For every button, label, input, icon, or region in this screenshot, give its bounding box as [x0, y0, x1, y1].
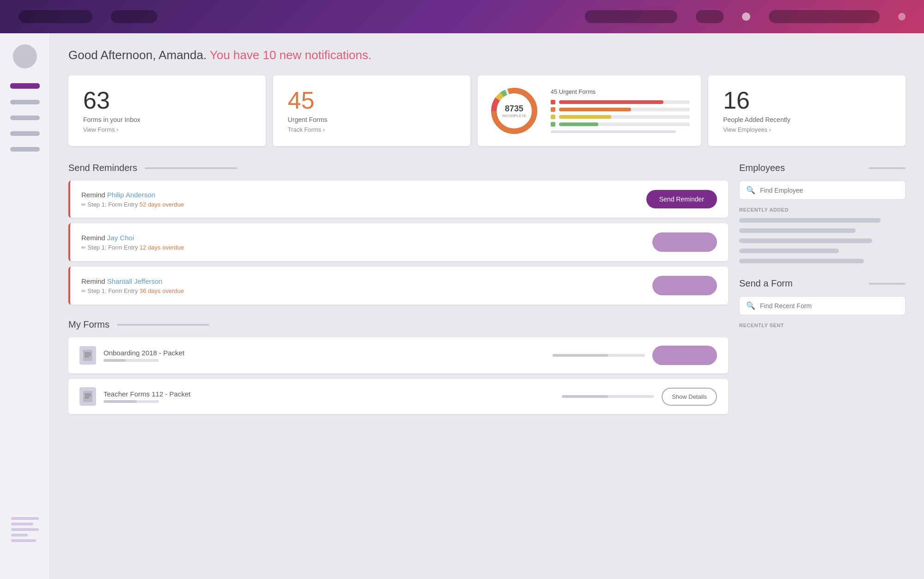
legend-dot-1 [551, 100, 555, 104]
form-progress-fill-1 [103, 359, 126, 362]
search-icon: 🔍 [746, 186, 755, 195]
reminder-name-3[interactable]: Shantall Jefferson [107, 277, 163, 285]
form-search-box[interactable]: 🔍 [739, 296, 906, 315]
send-reminder-button-1[interactable]: Send Reminder [646, 190, 717, 208]
people-card: 16 People Added Recently View Employees … [708, 75, 906, 146]
employee-search-input[interactable] [760, 187, 899, 194]
employee-search-box[interactable]: 🔍 [739, 181, 906, 200]
donut-center: 8735 INCOMPLETE [502, 104, 526, 118]
form-action-button-1[interactable] [652, 346, 717, 365]
recently-added-label: RECENTLY ADDED [739, 207, 906, 213]
reminder-info-3: Remind Shantall Jefferson ✏ Step 1: Form… [81, 277, 184, 294]
recent-employee-1[interactable] [739, 218, 881, 223]
pencil-icon-1: ✏ [81, 201, 87, 208]
svg-rect-6 [85, 353, 91, 353]
form-bar-2 [562, 395, 654, 398]
svg-rect-7 [85, 354, 91, 355]
main-content: Good Afternoon, Amanda. You have 10 new … [50, 33, 924, 579]
inbox-number: 63 [83, 88, 251, 112]
nav-item-2[interactable] [111, 10, 157, 23]
chart-legend: 45 Urgent Forms [551, 88, 690, 133]
form-name-2: Teacher Forms 112 - Packet [103, 390, 190, 398]
sidebar [0, 33, 50, 579]
reminder-info-2: Remind Jay Choi ✏ Step 1: Form Entry 12 … [81, 234, 184, 251]
reminder-text-2: Remind Jay Choi [81, 234, 184, 242]
step-text-3: Step 1: Form Entry [87, 287, 138, 294]
inbox-link[interactable]: View Forms › [83, 126, 251, 133]
send-form-title-text: Send a Form [739, 278, 793, 289]
overdue-text-3: 36 days overdue [140, 287, 184, 294]
form-card-right-1 [553, 346, 717, 365]
overdue-text-1: 52 days overdue [140, 201, 184, 208]
stats-row: 63 Forms in your Inbox View Forms › 45 U… [68, 75, 906, 146]
reminder-step-2: ✏ Step 1: Form Entry 12 days overdue [81, 244, 184, 251]
my-forms-divider [117, 324, 209, 326]
send-reminder-button-2[interactable] [652, 232, 717, 252]
form-bar-1 [553, 354, 645, 357]
send-reminder-button-3[interactable] [652, 276, 717, 295]
legend-bar-4 [559, 122, 690, 126]
form-progress-2 [103, 400, 159, 403]
inbox-card: 63 Forms in your Inbox View Forms › [68, 75, 266, 146]
overdue-text-2: 12 days overdue [140, 244, 184, 251]
pencil-icon-2: ✏ [81, 244, 87, 251]
avatar[interactable] [13, 44, 37, 68]
content-left: Send Reminders Remind Philip Anderson ✏ … [68, 163, 728, 420]
send-form-panel-line [869, 283, 906, 285]
legend-item-1 [551, 100, 690, 104]
urgent-label: Urgent Forms [288, 116, 456, 123]
pencil-icon-3: ✏ [81, 288, 87, 294]
legend-footer-bar [551, 130, 676, 133]
top-navigation [0, 0, 924, 33]
legend-item-2 [551, 107, 690, 112]
form-search-input[interactable] [760, 302, 899, 310]
svg-rect-11 [85, 396, 91, 396]
recent-employee-3[interactable] [739, 238, 872, 243]
my-forms-section: My Forms [68, 319, 728, 414]
step-text-1: Step 1: Form Entry [87, 201, 138, 208]
nav-item-3[interactable] [585, 10, 677, 23]
nav-item-1[interactable] [18, 10, 92, 23]
nav-item-4[interactable] [696, 10, 723, 23]
sidebar-item-active[interactable] [10, 83, 40, 89]
reminder-card-1: Remind Philip Anderson ✏ Step 1: Form En… [68, 181, 728, 218]
form-card-right-2: Show Details [562, 388, 717, 406]
form-name-1: Onboarding 2018 - Packet [103, 349, 184, 357]
nav-item-5[interactable] [769, 10, 880, 23]
donut-label: INCOMPLETE [502, 114, 526, 118]
show-details-button-2[interactable]: Show Details [662, 388, 717, 406]
svg-rect-12 [85, 397, 89, 398]
sidebar-item-3[interactable] [10, 131, 40, 136]
sidebar-item-2[interactable] [10, 116, 40, 120]
employees-title-text: Employees [739, 163, 785, 173]
legend-item-3 [551, 115, 690, 119]
employees-panel-line [869, 167, 906, 169]
urgent-link[interactable]: Track Forms › [288, 126, 456, 133]
people-link[interactable]: View Employees › [723, 126, 891, 133]
legend-fill-1 [559, 100, 664, 104]
form-info-1: Onboarding 2018 - Packet [103, 349, 184, 362]
reminder-name-2[interactable]: Jay Choi [107, 234, 134, 242]
recently-sent-label: RECENTLY SENT [739, 323, 906, 328]
remind-prefix-1: Remind [81, 191, 107, 199]
send-form-panel-title: Send a Form [739, 278, 906, 289]
recent-employee-4[interactable] [739, 249, 839, 253]
content-right: Employees 🔍 RECENTLY ADDED [739, 163, 906, 420]
form-progress-1 [103, 359, 159, 362]
reminder-card-3: Remind Shantall Jefferson ✏ Step 1: Form… [68, 267, 728, 305]
my-forms-header: My Forms [68, 319, 728, 330]
form-card-1: Onboarding 2018 - Packet [68, 337, 728, 373]
legend-title: 45 Urgent Forms [551, 88, 690, 95]
reminder-name-1[interactable]: Philip Anderson [107, 191, 155, 199]
form-bar-fill-1 [553, 354, 608, 357]
step-text-2: Step 1: Form Entry [87, 244, 138, 251]
form-icon-1 [79, 346, 96, 365]
inbox-label: Forms in your Inbox [83, 116, 251, 123]
recent-employee-2[interactable] [739, 228, 856, 233]
sidebar-item-4[interactable] [10, 147, 40, 152]
recent-employee-5[interactable] [739, 259, 864, 263]
sidebar-decoration [6, 512, 43, 568]
reminders-header: Send Reminders [68, 163, 728, 173]
sidebar-item-1[interactable] [10, 100, 40, 104]
reminders-divider [145, 167, 237, 169]
